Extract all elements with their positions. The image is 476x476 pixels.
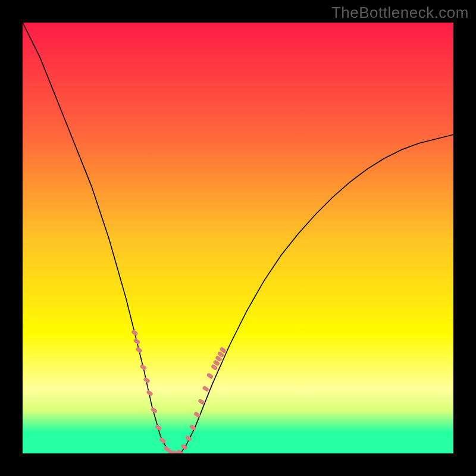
chart-background	[23, 23, 453, 453]
watermark-text: TheBottleneck.com	[331, 4, 469, 22]
chart-svg	[23, 23, 453, 453]
plot-area	[23, 23, 453, 453]
